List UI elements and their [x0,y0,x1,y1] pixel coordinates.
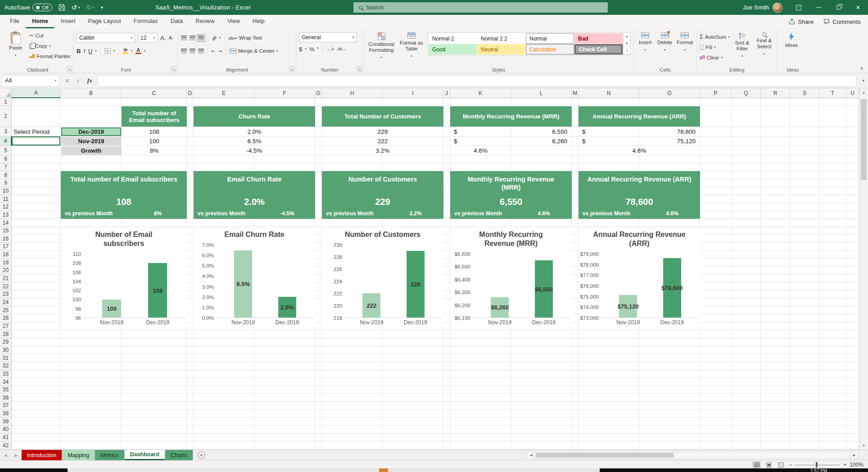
format-painter-button[interactable]: Format Painter [29,51,71,61]
zoom-slider-thumb[interactable] [816,462,818,467]
user-name[interactable]: Joe Smith [743,4,769,11]
cell-style-good[interactable]: Good [429,44,477,54]
autosum-button[interactable]: ΣAutoSum▾ [700,32,730,41]
chart-3[interactable]: Number of Customers230228226224222220218… [322,228,443,326]
row-header-39[interactable]: 39 [0,418,12,426]
row-header-24[interactable]: 24 [0,299,12,307]
row-header-30[interactable]: 30 [0,346,12,354]
table-header-5[interactable]: Annual Recurring Revenue (ARR) [579,106,700,127]
zoom-slider[interactable] [795,465,840,465]
bar-nov-2019[interactable]: $75,120 [619,295,637,318]
ideas-button[interactable]: Ideas [780,31,803,66]
row-header-37[interactable]: 37 [0,402,12,410]
increase-indent-icon[interactable]: ⇥ [218,49,222,54]
column-header-U[interactable]: U [846,88,859,98]
column-header-F[interactable]: F [254,88,315,98]
top-align-icon[interactable] [181,36,187,41]
copy-button[interactable]: Copy▾ [29,41,71,50]
align-left-icon[interactable] [181,49,187,54]
row-header-29[interactable]: 29 [0,338,12,346]
table-value-annual-recurring-revenue-arr-row4[interactable]: $75,120 [579,136,700,146]
column-header-N[interactable]: N [579,88,639,98]
cell-style-normal[interactable]: Normal [526,33,574,44]
bold-button[interactable]: B [77,48,81,54]
avatar[interactable] [773,3,782,13]
name-box[interactable]: A4▾ [2,75,59,86]
column-header-Q[interactable]: Q [732,88,761,98]
row-header-11[interactable]: 11 [0,195,12,203]
row-header-1[interactable]: 1 [0,98,12,106]
accounting-format-icon[interactable]: $ [299,46,302,53]
increase-decimal-icon[interactable]: ←.0 [326,47,334,51]
sheet-tab-mapping[interactable]: Mapping [62,450,95,460]
cell-style-calculation[interactable]: Calculation [526,44,574,54]
page-layout-view-button[interactable] [764,461,773,468]
table-value-total-number-of-email-subscribers-row4[interactable]: 100 [122,136,187,146]
insert-function-icon[interactable]: fx [87,77,92,84]
column-header-J[interactable]: J [443,88,450,98]
cell-style-normal-2-2[interactable]: Normal 2 2 [477,33,525,44]
bar-nov-2019[interactable]: 6.5% [234,250,252,318]
percent-style-icon[interactable]: % [309,46,315,53]
column-header-E[interactable]: E [194,88,254,98]
row-header-19[interactable]: 19 [0,259,12,267]
kpi-card-2[interactable]: Email Churn Rate2.0%vs previous Month-4.… [194,171,315,219]
sheet-nav-right-icon[interactable]: ▶ [11,450,22,460]
decrease-indent-icon[interactable]: ⇤ [212,49,215,54]
close-button[interactable]: × [848,0,868,15]
orientation-icon[interactable]: ab [211,34,218,41]
sheet-nav-left-icon[interactable]: ◀ [0,450,11,460]
chart-1[interactable]: Number of Emailsubscribers11010810610410… [61,228,187,326]
font-size-select[interactable]: 12▾ [138,33,158,43]
align-center-icon[interactable] [190,49,195,54]
save-icon[interactable] [59,4,65,11]
scroll-left-icon[interactable]: ◀ [527,451,535,459]
wrap-text-button[interactable]: ab↩Wrap Text [229,33,262,43]
ribbon-tab-data[interactable]: Data [164,15,189,28]
format-cells-button[interactable]: Format▾ [676,31,694,66]
row-header-9[interactable]: 9 [0,179,12,187]
chart-2[interactable]: Email Churn Rate7.0%6.0%5.0%4.0%3.0%2.0%… [194,228,315,326]
row-header-14[interactable]: 14 [0,219,12,227]
minimize-button[interactable] [809,0,828,15]
decrease-decimal-icon[interactable]: .00→ [336,47,346,51]
row-header-15[interactable]: 15 [0,227,12,235]
restore-button[interactable] [828,0,848,15]
row-header-4[interactable]: 4 [0,136,12,146]
table-value-monthly-recurring-revenue-mrr-row5[interactable]: 4.6% [450,146,511,155]
row-header-27[interactable]: 27 [0,322,12,331]
borders-icon[interactable] [104,48,111,54]
cell-style-normal-2[interactable]: Normal 2 [429,33,477,44]
paste-button[interactable]: Paste▾ [5,31,27,66]
share-button[interactable]: Share [789,18,814,25]
increase-font-icon[interactable]: A^ [160,35,166,41]
row-header-34[interactable]: 34 [0,378,12,386]
scroll-right-icon[interactable]: ▶ [850,451,858,459]
sheet-tab-charts[interactable]: Charts [165,450,193,460]
ribbon-tab-view[interactable]: View [221,15,246,28]
cancel-entry-icon[interactable]: ✕ [65,77,70,84]
scroll-up-icon[interactable]: ▲ [859,88,868,96]
sheet-tab-introduction[interactable]: Introduction [22,450,62,460]
align-right-icon[interactable] [198,49,204,54]
number-dialog-launcher[interactable]: ↘ [357,67,362,72]
horizontal-scroll-thumb[interactable] [536,453,674,458]
ribbon-tab-file[interactable]: File [4,15,26,28]
row-header-20[interactable]: 20 [0,267,12,275]
table-value-total-number-of-email-subscribers-row3[interactable]: 108 [122,127,187,136]
column-header-A[interactable]: A [12,88,61,98]
row-header-12[interactable]: 12 [0,203,12,211]
column-header-S[interactable]: S [790,88,819,98]
sheet-tab-dashboard[interactable]: Dashboard [125,450,165,460]
ribbon-tab-help[interactable]: Help [246,15,271,28]
vertical-scrollbar[interactable]: ▲ ▼ [859,88,868,449]
row-header-26[interactable]: 26 [0,314,12,322]
table-header-4[interactable]: Monthly Recurring Revenue (MRR) [450,106,572,127]
row-header-18[interactable]: 18 [0,251,12,259]
row-header-33[interactable]: 33 [0,370,12,378]
ribbon-tab-insert[interactable]: Insert [54,15,82,28]
bar-nov-2019[interactable]: 222 [362,293,380,318]
cell-style-check-cell[interactable]: Check Cell [574,44,623,54]
page-break-view-button[interactable] [777,461,785,468]
horizontal-scrollbar[interactable]: ◀ ▶ [527,451,858,459]
